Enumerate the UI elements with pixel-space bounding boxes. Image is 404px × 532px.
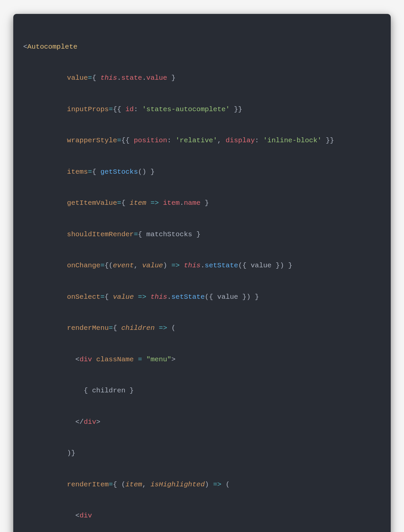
code-token-call: setState (205, 262, 238, 269)
code-token-prop: name (184, 199, 200, 207)
code-token-prop: id (126, 106, 134, 113)
code-token-attr: shouldItemRender (67, 231, 134, 238)
code-token-identifier: value (217, 293, 238, 301)
code-token-attr: wrapperStyle (67, 137, 117, 144)
code-token-attr: className (96, 356, 134, 363)
code-token-string: 'states-autocomplete' (142, 106, 230, 113)
code-token-param: value (113, 293, 134, 301)
code-line: value={ this.state.value } (23, 67, 381, 88)
code-token-identifier: value (251, 262, 272, 269)
code-token-prop: item (163, 199, 179, 207)
code-line: { children } (23, 380, 381, 401)
code-token-keyword: this (184, 262, 200, 269)
code-line: <div (23, 505, 381, 526)
code-token-attr: onSelect (67, 293, 100, 301)
code-line: </div> (23, 412, 381, 432)
code-line: getItemValue={ item => item.name } (23, 193, 381, 213)
code-block: <Autocomplete value={ this.state.value }… (13, 14, 391, 532)
code-token-keyword: this (150, 293, 167, 301)
code-token-attr: renderItem (67, 481, 109, 488)
code-line: items={ getStocks() } (23, 161, 381, 182)
code-token-attr: items (67, 168, 88, 176)
code-token-prop: display (226, 137, 255, 144)
code-token-attr: onChange (67, 262, 100, 269)
code-token-param: item (129, 199, 146, 207)
code-token-attr: getItemValue (67, 199, 117, 207)
code-token-tag: div (79, 356, 92, 363)
code-line: shouldItemRender={ matchStocks } (23, 224, 381, 245)
code-token-param: isHighlighted (150, 481, 205, 488)
code-token-attr: renderMenu (67, 324, 109, 332)
code-token-attr: inputProps (67, 106, 109, 113)
code-line: )} (23, 443, 381, 464)
code-token-string: 'inline-block' (263, 137, 322, 144)
code-token-identifier: matchStocks (146, 231, 192, 238)
code-token-call: getStocks (100, 168, 138, 176)
code-token-param: value (142, 262, 163, 269)
code-token-param: children (121, 324, 155, 332)
code-token-tag: div (84, 418, 96, 426)
code-token-tag: div (79, 512, 92, 519)
code-token-prop: value (146, 74, 167, 82)
code-token-prop: state (121, 74, 142, 82)
code-token-param: event (113, 262, 134, 269)
code-token-string: 'relative' (176, 137, 217, 144)
code-line: onSelect={ value => this.setState({ valu… (23, 287, 381, 307)
code-line: renderMenu={ children => ( (23, 318, 381, 338)
code-token-identifier: children (92, 387, 126, 394)
code-line: inputProps={{ id: 'states-autocomplete' … (23, 99, 381, 120)
code-token-param: item (126, 481, 142, 488)
code-line: <div className = "menu"> (23, 349, 381, 370)
code-line: onChange={(event, value) => this.setStat… (23, 255, 381, 276)
code-line: <Autocomplete (23, 36, 381, 57)
code-token-tag: Autocomplete (27, 43, 77, 51)
code-line: wrapperStyle={{ position: 'relative', di… (23, 130, 381, 151)
code-token-call: setState (171, 293, 205, 301)
code-token-string: "menu" (146, 356, 172, 363)
code-token-attr: value (67, 74, 88, 82)
code-token-prop: position (134, 137, 167, 144)
page: <Autocomplete value={ this.state.value }… (0, 0, 404, 532)
code-line: renderItem={ (item, isHighlighted) => ( (23, 474, 381, 495)
code-token-keyword: this (100, 74, 117, 82)
